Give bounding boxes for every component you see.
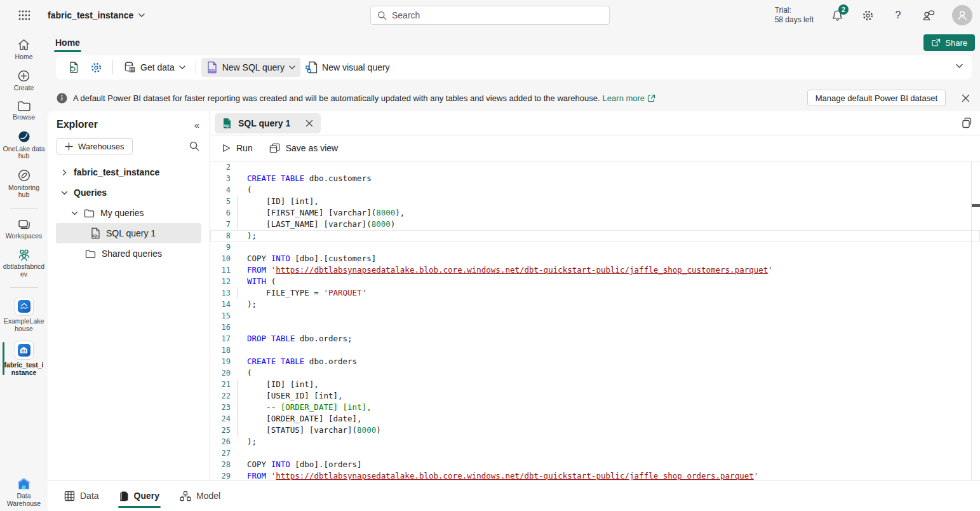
code-line[interactable]: 11FROM 'https://dbtlabsynapsedatalake.bl…	[210, 264, 980, 276]
code-line[interactable]: 7 [LAST_NAME] [varchar](8000)	[210, 219, 980, 230]
code-line[interactable]: 3CREATE TABLE dbo.customers	[210, 173, 980, 184]
line-text[interactable]: FROM 'https://dbtlabsynapsedatalake.blob…	[247, 471, 758, 480]
line-text[interactable]: CREATE TABLE dbo.orders	[247, 357, 357, 366]
code-line[interactable]: 4(	[210, 184, 980, 196]
line-text[interactable]: [STATUS] [varchar](8000)	[247, 425, 381, 435]
global-search[interactable]	[370, 6, 610, 25]
new-sql-query-button[interactable]: SQL New SQL query	[201, 58, 300, 77]
search-input[interactable]	[392, 10, 603, 20]
code-line[interactable]: 26);	[210, 436, 980, 447]
code-line[interactable]: 24 [ORDER_DATE] [date],	[210, 413, 980, 425]
nav-workspace-dbtlabsfabricdev[interactable]: dbtlabsfabricdev	[2, 248, 46, 278]
nav-onelake-data-hub[interactable]: OneLake data hub	[2, 130, 46, 160]
code-line[interactable]: 21 [ID] [int],	[210, 379, 980, 390]
banner-close-button[interactable]	[962, 94, 970, 102]
tree-item-my-queries[interactable]: My queries	[56, 203, 201, 223]
run-button[interactable]: Run	[222, 143, 253, 153]
line-text[interactable]: [ORDER_DATE] [date],	[247, 414, 362, 423]
copy-button[interactable]	[961, 117, 972, 128]
code-line[interactable]: 18	[210, 344, 980, 356]
line-text[interactable]: COPY INTO [dbo].[customers]	[247, 254, 376, 263]
line-text[interactable]: [FIRST_NAME] [varchar](8000),	[247, 208, 405, 217]
collapse-explorer-icon[interactable]: «	[194, 119, 199, 130]
tree-item-queries[interactable]: Queries	[56, 182, 201, 203]
view-tab-data[interactable]: Data	[63, 480, 100, 511]
line-text[interactable]: WITH (	[247, 276, 276, 286]
code-line[interactable]: 14);	[210, 299, 980, 310]
code-line[interactable]: 13 FILE_TYPE = 'PARQUET'	[210, 287, 980, 299]
query-tab-sql-query-1[interactable]: SQL SQL query 1	[215, 113, 321, 133]
sql-code-area[interactable]: 23CREATE TABLE dbo.customers4(5 [ID] [in…	[210, 161, 980, 480]
code-line[interactable]: 29FROM 'https://dbtlabsynapsedatalake.bl…	[210, 470, 980, 480]
code-line[interactable]: 12WITH (	[210, 276, 980, 287]
nav-item-examplelakehouse[interactable]: ExampleLakehouse	[2, 297, 46, 332]
nav-item-fabric-test-instance[interactable]: fabric_test_instance	[2, 341, 46, 376]
code-line[interactable]: 19CREATE TABLE dbo.orders	[210, 356, 980, 367]
nav-create[interactable]: Create	[2, 69, 46, 92]
code-line[interactable]: 22 [USER_ID] [int],	[210, 390, 980, 402]
line-text[interactable]: [LAST_NAME] [varchar](8000)	[247, 219, 395, 229]
view-tab-query[interactable]: Query	[118, 480, 161, 511]
nav-browse[interactable]: Browse	[2, 100, 46, 121]
get-data-button[interactable]: Get data	[118, 58, 191, 77]
explorer-search-icon[interactable]	[189, 141, 199, 151]
line-text[interactable]: );	[247, 231, 257, 240]
code-line[interactable]: 16	[210, 322, 980, 333]
ribbon-collapse-button[interactable]	[956, 64, 963, 69]
code-line[interactable]: 27	[210, 447, 980, 459]
ribbon-tab-home[interactable]: Home	[53, 31, 83, 54]
tree-item-sql-query-1[interactable]: SQL SQL query 1	[56, 223, 201, 243]
notifications-button[interactable]: 2	[830, 8, 844, 22]
code-line[interactable]: 6 [FIRST_NAME] [varchar](8000),	[210, 207, 980, 219]
line-text[interactable]: -- [ORDER_DATE] [int],	[247, 402, 372, 412]
tree-item-shared-queries[interactable]: Shared queries	[56, 243, 201, 264]
line-text[interactable]: (	[247, 185, 252, 194]
line-text[interactable]: DROP TABLE dbo.orders;	[247, 334, 352, 343]
code-line[interactable]: 5 [ID] [int],	[210, 196, 980, 207]
help-button[interactable]: ?	[891, 8, 905, 22]
manage-default-dataset-button[interactable]: Manage default Power BI dataset	[807, 90, 946, 106]
feedback-button[interactable]	[922, 8, 936, 22]
line-text[interactable]: );	[247, 299, 257, 309]
share-button[interactable]: Share	[923, 34, 975, 51]
code-line[interactable]: 20(	[210, 367, 980, 379]
line-text[interactable]: (	[247, 368, 252, 378]
line-text[interactable]: [USER_ID] [int],	[247, 391, 343, 400]
nav-experience-data-warehouse[interactable]: Data Warehouse	[2, 477, 46, 507]
line-text[interactable]: FROM 'https://dbtlabsynapsedatalake.blob…	[247, 265, 773, 275]
line-text[interactable]: FILE_TYPE = 'PARQUET'	[247, 288, 366, 297]
line-text[interactable]: [ID] [int],	[247, 379, 319, 389]
workspace-switcher[interactable]: fabric_test_instance	[48, 10, 145, 20]
code-line[interactable]: 15	[210, 310, 980, 322]
tree-item-fabric-test-instance[interactable]: fabric_test_instance	[56, 162, 201, 182]
nav-monitoring-hub[interactable]: Monitoring hub	[2, 168, 46, 199]
refresh-report-button[interactable]	[62, 58, 85, 77]
account-avatar[interactable]	[952, 5, 972, 25]
code-line[interactable]: 28COPY INTO [dbo].[orders]	[210, 459, 980, 470]
app-launcher-button[interactable]	[0, 10, 48, 21]
ribbon-settings-button[interactable]	[85, 58, 107, 77]
code-line[interactable]: 10COPY INTO [dbo].[customers]	[210, 253, 980, 264]
save-as-view-button[interactable]: Save as view	[269, 143, 338, 153]
editor-scrollbar-track[interactable]	[971, 161, 972, 480]
view-tab-model[interactable]: Model	[178, 480, 222, 511]
code-line[interactable]: 23 -- [ORDER_DATE] [int],	[210, 402, 980, 413]
line-text[interactable]: );	[247, 437, 257, 446]
code-line[interactable]: 2	[210, 161, 980, 173]
learn-more-link[interactable]: Learn more	[603, 93, 655, 103]
add-warehouses-button[interactable]: Warehouses	[57, 138, 133, 154]
tree-item-label: My queries	[100, 208, 144, 218]
line-text[interactable]: COPY INTO [dbo].[orders]	[247, 460, 362, 469]
nav-workspaces[interactable]: Workspaces	[2, 218, 46, 240]
code-line[interactable]: 9	[210, 242, 980, 253]
nav-home[interactable]: Home	[2, 38, 46, 61]
code-line[interactable]: 25 [STATUS] [varchar](8000)	[210, 425, 980, 436]
share-icon	[931, 38, 941, 47]
close-query-tab-button[interactable]	[305, 119, 313, 127]
code-line[interactable]: 8);	[210, 230, 980, 242]
new-visual-query-button[interactable]: New visual query	[300, 58, 395, 77]
line-text[interactable]: CREATE TABLE dbo.customers	[247, 174, 372, 183]
line-text[interactable]: [ID] [int],	[247, 196, 319, 206]
settings-button[interactable]	[861, 8, 875, 22]
code-line[interactable]: 17DROP TABLE dbo.orders;	[210, 333, 980, 344]
